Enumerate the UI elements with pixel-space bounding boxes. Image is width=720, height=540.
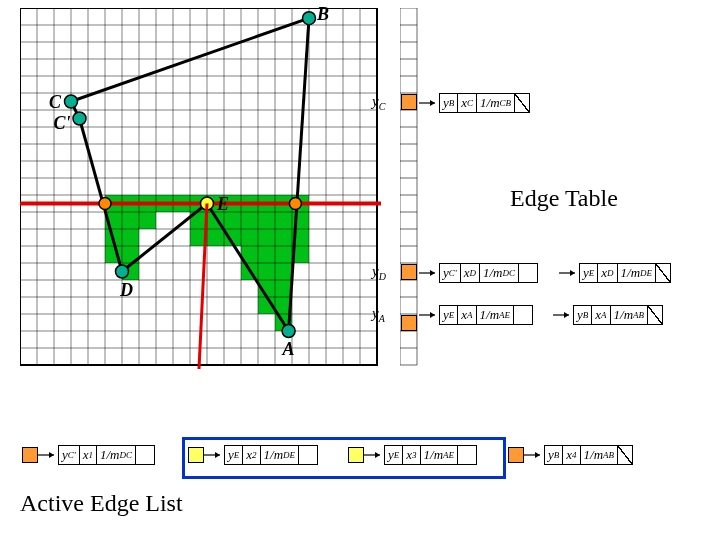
svg-marker-104 [430, 270, 435, 276]
active-edge-list-title: Active Edge List [20, 490, 183, 517]
svg-point-72 [282, 325, 295, 338]
et-record: yExD1/mDE [579, 263, 671, 283]
et-cell: yB [440, 94, 458, 112]
svg-marker-110 [564, 312, 569, 318]
ael-handle [508, 447, 524, 463]
et-cell: yE [440, 306, 458, 324]
vertex-label-E: E [217, 194, 229, 215]
edge-table-column [400, 8, 419, 367]
et-cell: 1/mDE [618, 264, 657, 282]
ael-record: yC'x11/mDC [58, 445, 155, 465]
et-cell: yC' [440, 264, 461, 282]
svg-rect-1 [105, 212, 156, 229]
svg-rect-57 [20, 8, 377, 365]
et-cell: yE [580, 264, 598, 282]
polygon-grid [20, 8, 381, 369]
vertex-label-A: A [283, 339, 295, 360]
svg-point-65 [99, 198, 111, 210]
ael-highlight-box [182, 437, 506, 479]
svg-marker-106 [570, 270, 575, 276]
et-row-key: yA [372, 305, 385, 324]
ael-record: yBx41/mAB [544, 445, 633, 465]
et-cell: xA [592, 306, 610, 324]
et-cell: 1/mAB [611, 306, 649, 324]
et-cell: yB [574, 306, 592, 324]
vertex-label-Cprime: C' [54, 113, 71, 134]
et-record: yC'xD1/mDC [439, 263, 538, 283]
svg-point-71 [116, 265, 129, 278]
et-cell: 1/mAE [477, 306, 515, 324]
ael-cell: yC' [59, 446, 80, 464]
ael-cell: yB [545, 446, 563, 464]
et-row-key: yD [372, 263, 386, 282]
svg-point-70 [73, 112, 86, 125]
svg-marker-102 [430, 100, 435, 106]
edge-table-title: Edge Table [510, 185, 618, 212]
et-bucket-marker [401, 264, 417, 280]
et-bucket-marker [401, 315, 417, 331]
et-record: yExA1/mAE [439, 305, 533, 325]
ael-cell: x1 [80, 446, 97, 464]
vertex-label-D: D [120, 280, 133, 301]
vertex-label-C: C [49, 92, 61, 113]
et-record: yBxC1/mCB [439, 93, 530, 113]
ael-cell: 1/mAB [581, 446, 619, 464]
svg-marker-112 [49, 452, 54, 458]
vertex-label-B: B [317, 4, 329, 25]
et-record: yBxA1/mAB [573, 305, 663, 325]
ael-handle [22, 447, 38, 463]
svg-point-69 [65, 95, 78, 108]
ael-cell: 1/mDC [97, 446, 136, 464]
et-cell: xA [458, 306, 476, 324]
svg-point-68 [303, 12, 316, 25]
et-cell: 1/mCB [477, 94, 515, 112]
et-cell: 1/mDC [480, 264, 519, 282]
svg-line-58 [289, 18, 309, 331]
svg-rect-9 [241, 263, 292, 280]
ael-cell: x4 [563, 446, 580, 464]
et-cell: xC [458, 94, 477, 112]
et-cell: xD [461, 264, 480, 282]
et-row-key: yC [372, 93, 385, 112]
svg-marker-108 [430, 312, 435, 318]
et-bucket-marker [401, 94, 417, 110]
svg-marker-118 [535, 452, 540, 458]
svg-point-67 [289, 198, 301, 210]
et-cell: xD [598, 264, 617, 282]
